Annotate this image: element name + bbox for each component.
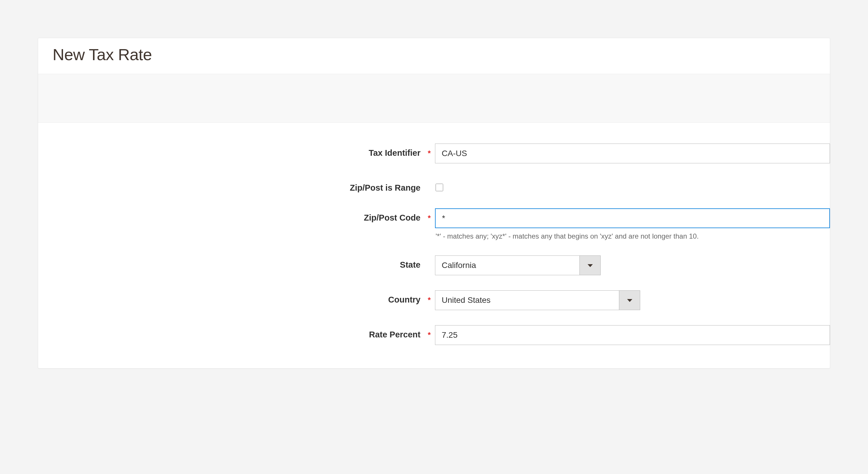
required-mark-empty	[424, 255, 435, 261]
required-mark: *	[424, 144, 435, 158]
tax-rate-form: Tax Identifier * Zip/Post is Range Zip/P…	[38, 123, 830, 368]
panel-title: New Tax Rate	[53, 45, 815, 64]
required-mark: *	[424, 209, 435, 223]
row-zip-code: Zip/Post Code * '*' - matches any; 'xyz*…	[38, 209, 830, 240]
svg-marker-1	[627, 299, 632, 302]
required-mark: *	[424, 325, 435, 340]
state-select[interactable]: California	[435, 255, 601, 275]
country-select-value: United States	[435, 291, 619, 310]
label-zip-code: Zip/Post Code	[38, 209, 424, 223]
label-country: Country	[38, 290, 424, 305]
toolbar-band	[38, 74, 830, 123]
label-state: State	[38, 255, 424, 270]
tax-identifier-input[interactable]	[435, 144, 830, 163]
state-select-value: California	[435, 256, 580, 275]
panel-header: New Tax Rate	[38, 38, 830, 74]
rate-percent-input[interactable]	[435, 325, 830, 345]
row-state: State California	[38, 255, 830, 275]
row-rate-percent: Rate Percent *	[38, 325, 830, 345]
zip-is-range-checkbox[interactable]	[436, 184, 443, 191]
row-tax-identifier: Tax Identifier *	[38, 144, 830, 163]
zip-code-input[interactable]	[435, 209, 830, 228]
row-zip-is-range: Zip/Post is Range	[38, 179, 830, 193]
label-tax-identifier: Tax Identifier	[38, 144, 424, 158]
chevron-down-icon	[619, 291, 640, 310]
tax-rate-panel: New Tax Rate Tax Identifier * Zip/Post i…	[38, 38, 830, 369]
label-zip-is-range: Zip/Post is Range	[38, 179, 424, 193]
svg-marker-0	[588, 264, 593, 267]
country-select[interactable]: United States	[435, 290, 640, 310]
required-mark-empty	[424, 179, 435, 184]
zip-code-note: '*' - matches any; 'xyz*' - matches any …	[435, 232, 830, 240]
chevron-down-icon	[580, 256, 600, 275]
required-mark: *	[424, 290, 435, 305]
label-rate-percent: Rate Percent	[38, 325, 424, 340]
row-country: Country * United States	[38, 290, 830, 310]
